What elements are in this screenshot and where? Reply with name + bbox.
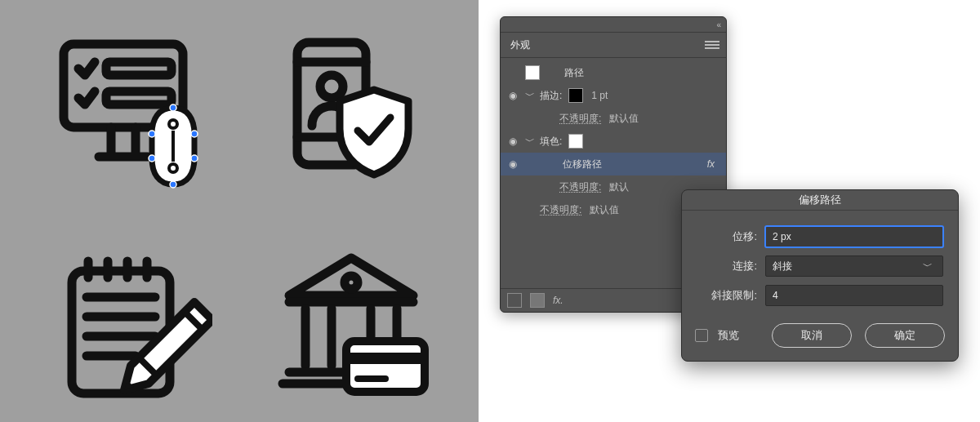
- fx-indicator-icon[interactable]: fx: [707, 158, 719, 170]
- stroke-swatch[interactable]: [568, 88, 583, 103]
- svg-point-8: [149, 131, 155, 137]
- ok-button[interactable]: 确定: [865, 323, 945, 348]
- artboard: [0, 0, 479, 422]
- row-path-label: 路径: [564, 66, 584, 80]
- join-select[interactable]: 斜接 ﹀: [765, 255, 943, 277]
- stroke-weight[interactable]: 1 pt: [591, 90, 608, 101]
- offset-input[interactable]: [765, 226, 943, 247]
- notepad-pencil-icon: [57, 251, 212, 406]
- fill-swatch[interactable]: [568, 134, 583, 149]
- row-fill-label: 填色:: [540, 135, 562, 149]
- disclosure-toggle[interactable]: ﹀: [525, 89, 533, 103]
- svg-rect-1: [106, 62, 172, 75]
- join-value: 斜接: [773, 260, 792, 273]
- svg-point-6: [170, 104, 176, 111]
- bank-card-icon: [270, 243, 433, 406]
- opacity-label[interactable]: 不透明度:: [559, 112, 601, 126]
- cancel-button[interactable]: 取消: [772, 323, 852, 348]
- new-fill-icon[interactable]: [530, 293, 545, 308]
- svg-point-10: [149, 155, 155, 162]
- new-stroke-icon[interactable]: [507, 293, 522, 308]
- row-offset-effect[interactable]: 位移路径: [563, 158, 602, 171]
- panel-collapse-bar[interactable]: «: [501, 17, 726, 33]
- row-stroke-label: 描边:: [540, 89, 562, 103]
- add-effect-button[interactable]: fx.: [553, 295, 564, 306]
- visibility-toggle[interactable]: ◉: [507, 135, 519, 147]
- tab-appearance[interactable]: 外观: [501, 33, 540, 57]
- miter-input[interactable]: [765, 285, 943, 306]
- chevron-down-icon: ﹀: [923, 260, 936, 273]
- opacity-label[interactable]: 不透明度:: [540, 203, 581, 217]
- opacity-value: 默认值: [609, 112, 639, 126]
- panel-menu-button[interactable]: [698, 39, 726, 51]
- svg-rect-31: [346, 341, 425, 392]
- svg-rect-32: [346, 353, 425, 364]
- opacity-label[interactable]: 不透明度:: [559, 180, 601, 194]
- offset-label: 位移:: [697, 229, 757, 244]
- opacity-value: 默认: [609, 180, 629, 194]
- join-label: 连接:: [697, 259, 757, 273]
- offset-path-dialog: 偏移路径 位移: 连接: 斜接 ﹀ 斜接限制:: [681, 189, 959, 362]
- miter-label: 斜接限制:: [697, 288, 757, 303]
- svg-point-23: [345, 276, 358, 289]
- svg-point-9: [191, 131, 198, 137]
- opacity-value: 默认值: [590, 203, 619, 217]
- preview-label: 预览: [718, 328, 739, 343]
- svg-point-11: [191, 155, 198, 162]
- dialog-title: 偏移路径: [682, 190, 958, 211]
- path-swatch[interactable]: [525, 65, 540, 80]
- disclosure-toggle[interactable]: ﹀: [525, 135, 533, 149]
- svg-point-7: [170, 181, 176, 188]
- visibility-toggle[interactable]: ◉: [507, 90, 519, 101]
- visibility-toggle[interactable]: ◉: [507, 158, 519, 170]
- collapse-icon: «: [716, 20, 721, 29]
- workspace-right: « 外观 路径 ◉ ﹀ 描边:: [479, 0, 980, 422]
- shield-check-icon: [332, 85, 416, 180]
- preview-checkbox[interactable]: [695, 329, 708, 342]
- mouse-icon[interactable]: [144, 101, 203, 191]
